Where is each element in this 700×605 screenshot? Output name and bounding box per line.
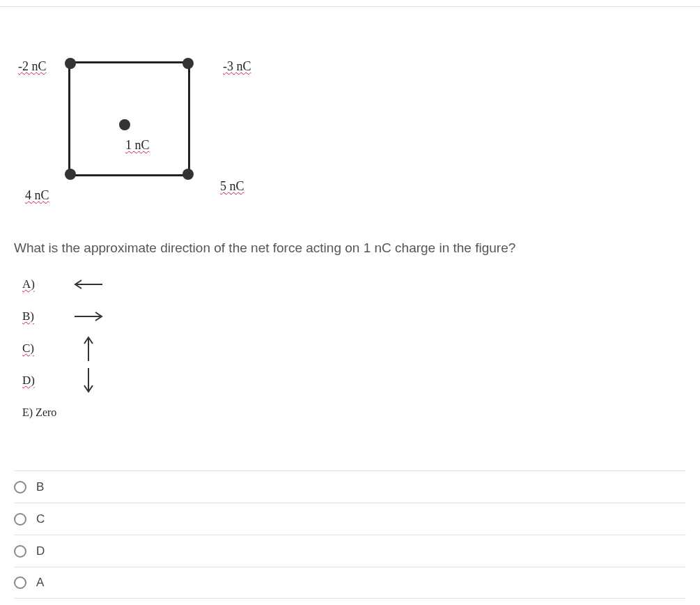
charge-dot-bottom-right	[182, 169, 194, 180]
option-label: B	[36, 480, 44, 494]
option-label: C	[36, 512, 45, 526]
radio-icon[interactable]	[14, 576, 26, 589]
square-frame	[68, 61, 190, 176]
radio-icon[interactable]	[14, 513, 26, 526]
answer-key: A) B) C) D)	[22, 268, 686, 429]
answer-key-row-c: C)	[22, 332, 686, 365]
charge-label-top-right: -3 nC	[223, 59, 251, 74]
charge-dot-top-right	[182, 58, 194, 69]
answer-key-row-d: D)	[22, 365, 686, 397]
options-list: B C D A	[14, 470, 686, 599]
arrow-down-icon	[71, 365, 106, 396]
arrow-right-icon	[71, 301, 106, 332]
option-row[interactable]: C	[14, 503, 686, 535]
option-label: A	[36, 576, 44, 590]
charge-dot-center	[119, 119, 130, 130]
arrow-up-icon	[71, 333, 106, 364]
answer-key-letter-a: A)	[22, 277, 71, 291]
question-text: What is the approximate direction of the…	[14, 240, 686, 256]
answer-key-letter-b: B)	[22, 309, 71, 323]
answer-key-row-b: B)	[22, 300, 686, 332]
radio-icon[interactable]	[14, 545, 26, 558]
top-divider	[0, 0, 700, 7]
answer-key-letter-c: C)	[22, 342, 71, 355]
answer-key-letter-e: E) Zero	[22, 406, 56, 419]
option-row[interactable]: A	[14, 567, 686, 599]
answer-key-letter-d: D)	[22, 374, 71, 388]
charge-label-bottom-left: 4 nC	[25, 188, 49, 203]
charge-diagram: -2 nC -3 nC 4 nC 5 nC 1 nC	[14, 59, 265, 213]
charge-dot-top-left	[65, 58, 76, 69]
option-label: D	[36, 544, 45, 558]
charge-dot-bottom-left	[65, 169, 76, 180]
option-row[interactable]: D	[14, 535, 686, 567]
answer-key-row-e: E) Zero	[22, 397, 686, 429]
arrow-left-icon	[71, 269, 106, 300]
radio-icon[interactable]	[14, 481, 26, 493]
answer-key-row-a: A)	[22, 268, 686, 300]
option-row[interactable]: B	[14, 470, 686, 503]
charge-label-bottom-right: 5 nC	[220, 179, 244, 194]
charge-label-top-left: -2 nC	[18, 59, 47, 74]
